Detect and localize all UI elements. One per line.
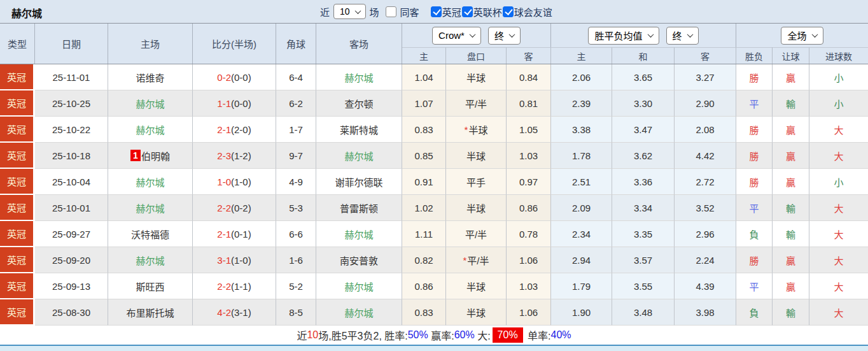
corners-cell: 5-2: [276, 273, 316, 299]
odds-draw-cell: 3.34: [612, 195, 675, 221]
full-time-score: 1-1: [217, 98, 231, 109]
half-time-score: (1-1): [231, 281, 251, 292]
result-wdl-cell: 勝: [736, 143, 773, 169]
home-team-cell: 赫尔城: [108, 90, 193, 117]
subcol-result-handicap: 让球: [773, 47, 809, 64]
home-team-cell: 诺维奇: [108, 64, 193, 90]
date-cell: 25-09-13: [35, 273, 108, 299]
subcol-odds-away: 客: [675, 47, 736, 64]
odds-away-cell: 2.08: [675, 117, 736, 143]
away-team-name: 查尔顿: [344, 97, 373, 110]
league-cell: 英冠: [0, 117, 35, 143]
col-header-away: 客场: [316, 24, 402, 64]
ah-home-odds-cell: 1.02: [402, 195, 446, 221]
ah-home-odds-cell: 0.85: [402, 143, 446, 169]
col-header-home: 主场: [108, 24, 193, 64]
score-cell: 0-2(0-0): [193, 64, 276, 90]
score-cell: 1-0(1-0): [193, 169, 276, 195]
full-time-score: 2-2: [217, 203, 231, 213]
odds-away-cell: 2.90: [675, 90, 736, 117]
summary-segment: 70%: [493, 327, 523, 343]
league-cell: 英冠: [0, 169, 35, 195]
recent-count-select[interactable]: 10: [333, 4, 366, 19]
summary-segment: 单率:: [525, 327, 551, 343]
odds-average-select[interactable]: 胜平负均值: [588, 27, 659, 45]
home-team-cell: 赫尔城: [108, 169, 193, 195]
match-history-panel: 赫尔城 近 10 场 同客 英冠英联杯球会友谊 类型 日期 主场 比分(半场) …: [0, 0, 868, 351]
same-opponent-checkbox[interactable]: [386, 6, 396, 17]
odds-home-cell: 2.94: [551, 247, 612, 273]
ah-away-odds-cell: 0.97: [507, 169, 551, 195]
handicap-line-text: 半球: [468, 123, 487, 136]
league-filter-checkbox[interactable]: [503, 6, 514, 17]
odds-select-group: 胜平负均值 终: [551, 24, 736, 47]
date-cell: 25-09-20: [35, 247, 108, 273]
handicap-line-text: 平/半: [467, 254, 489, 267]
subcol-ah-away: 客: [507, 47, 551, 64]
recent-count-value: 10: [340, 6, 350, 17]
result-handicap-cell: 贏: [773, 64, 809, 90]
result-wdl-cell: 勝: [736, 247, 773, 273]
odds-home-cell: 2.06: [551, 64, 612, 90]
home-team-name: 赫尔城: [136, 175, 164, 189]
full-time-score: 0-2: [217, 72, 231, 83]
score-cell: 2-2(0-2): [193, 195, 276, 221]
home-team-cell: 1伯明翰: [108, 143, 193, 169]
odds-time-select[interactable]: 终: [666, 27, 699, 45]
full-match-select[interactable]: 全场: [781, 27, 823, 45]
result-wdl-cell: 負: [736, 299, 773, 326]
home-team-name: 沃特福德: [131, 227, 169, 241]
col-header-type: 类型: [0, 24, 35, 64]
recent-label: 近: [320, 5, 330, 18]
date-cell: 25-10-01: [35, 195, 108, 221]
away-team-name: 谢菲尔德联: [335, 175, 382, 189]
half-time-score: (0-1): [231, 229, 251, 240]
summary-segment: 40%: [551, 329, 571, 341]
full-time-score: 1-0: [217, 176, 231, 187]
league-filter-checkbox[interactable]: [462, 6, 473, 17]
odds-home-cell: 1.79: [551, 273, 612, 299]
odds-average-select-value: 胜平负均值: [594, 29, 642, 42]
subcol-result-wdl: 胜负: [736, 47, 773, 64]
ah-home-odds-cell: 1.07: [402, 90, 446, 117]
handicap-line-cell: *半球: [446, 117, 507, 143]
home-team-name: 赫尔城: [136, 254, 164, 267]
chevron-down-icon: [687, 31, 693, 38]
result-goals-cell: 小: [809, 90, 868, 117]
result-handicap-cell: 贏: [773, 247, 809, 273]
league-cell: 英冠: [0, 247, 35, 273]
handicap-time-select[interactable]: 终: [488, 27, 521, 45]
match-row: 英冠25-09-13斯旺西2-2(1-1)5-2赫尔城0.86半球1.031.7…: [0, 273, 868, 299]
full-time-score: 4-2: [217, 307, 231, 318]
league-cell: 英冠: [0, 273, 35, 299]
away-team-cell: 南安普敦: [316, 247, 402, 273]
half-time-score: (0-0): [231, 98, 251, 109]
handicap-line-text: 半球: [466, 201, 486, 215]
ah-home-odds-cell: 0.83: [402, 117, 446, 143]
handicap-line-text: 半球: [466, 149, 486, 162]
subcol-ah-line: 盘口: [446, 47, 507, 64]
bookmaker-select[interactable]: Crow*: [432, 27, 481, 45]
team-title: 赫尔城: [11, 5, 42, 20]
result-goals-cell: 大: [809, 273, 868, 299]
away-team-cell: 赫尔城: [316, 299, 402, 326]
score-cell: 2-1(0-1): [193, 221, 276, 247]
handicap-line-cell: 半球: [446, 64, 507, 90]
summary-segment: 大:: [475, 327, 491, 343]
half-time-score: (1-2): [231, 150, 251, 161]
date-cell: 25-11-01: [35, 64, 108, 90]
ah-away-odds-cell: 1.03: [507, 273, 551, 299]
corners-cell: 6-2: [276, 90, 316, 117]
league-filter-checkbox[interactable]: [431, 6, 442, 17]
score-cell: 3-1(1-0): [193, 247, 276, 273]
match-row: 英冠25-11-01诺维奇0-2(0-0)6-4赫尔城1.04半球0.842.0…: [0, 64, 868, 90]
result-wdl-cell: 平: [736, 195, 773, 221]
away-team-cell: 赫尔城: [316, 64, 402, 90]
full-time-score: 3-1: [217, 255, 231, 266]
ah-away-odds-cell: 1.06: [507, 299, 551, 326]
result-handicap-cell: 輸: [773, 195, 809, 221]
result-select-group: 全场: [736, 24, 868, 47]
ah-away-odds-cell: 1.03: [507, 143, 551, 169]
handicap-line-text: 半球: [466, 306, 486, 319]
league-filter: 英冠: [431, 5, 462, 18]
